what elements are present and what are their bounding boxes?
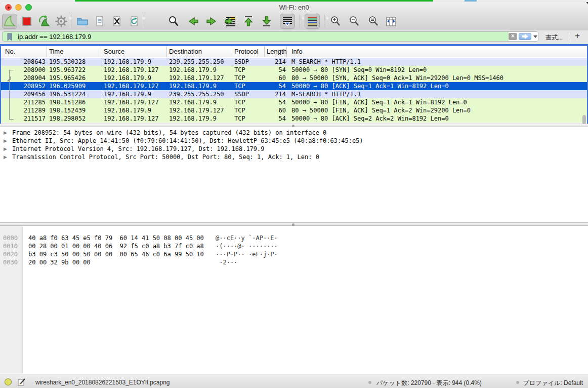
filter-bar: ip.addr == 192.168.179.9 × 書式... + <box>0 30 588 44</box>
forward-arrow-icon <box>205 15 218 27</box>
back-arrow-icon <box>187 15 199 27</box>
stop-square-icon <box>21 15 33 27</box>
profile-text[interactable]: プロファイル: Default <box>523 379 583 387</box>
reload-file-button[interactable] <box>127 14 142 29</box>
zoom-out-button[interactable] <box>347 14 362 29</box>
go-back-button[interactable] <box>186 14 201 29</box>
display-filter-input[interactable]: ip.addr == 192.168.179.9 × <box>2 31 538 42</box>
filter-separator <box>568 32 568 41</box>
column-header-destination[interactable]: Destination <box>167 46 232 57</box>
zoom-reset-button[interactable] <box>366 14 381 29</box>
packet-rows: 208643195.530328192.168.179.9239.255.255… <box>1 58 587 123</box>
column-header-protocol[interactable]: Protocol <box>232 46 265 57</box>
packet-list-scrollbar-thumb[interactable] <box>582 115 586 124</box>
search-icon <box>167 15 180 27</box>
save-file-button[interactable] <box>92 14 107 29</box>
packet-row[interactable]: 211517198.298052192.168.179.127192.168.1… <box>1 114 587 123</box>
packet-row-selected[interactable]: 208952196.025909192.168.179.127192.168.1… <box>1 82 587 90</box>
packet-bytes-pane: 000040 a8 f0 63 45 e5 f0 79 60 14 41 50 … <box>0 226 588 374</box>
zoom-in-button[interactable] <box>328 14 343 29</box>
go-to-first-icon <box>242 15 255 27</box>
close-file-button[interactable] <box>109 14 124 29</box>
detail-tree-item[interactable]: ▶Frame 208952: 54 bytes on wire (432 bit… <box>0 129 588 137</box>
expand-triangle-icon[interactable]: ▶ <box>4 129 7 137</box>
packet-row[interactable]: 209456196.531224192.168.179.9239.255.255… <box>1 90 587 98</box>
add-filter-button[interactable]: + <box>575 31 580 41</box>
packet-row[interactable]: 208900195.963722192.168.179.127192.168.1… <box>1 66 587 74</box>
expand-triangle-icon[interactable]: ▶ <box>4 145 7 153</box>
column-header-time[interactable]: Time <box>47 46 101 57</box>
filter-history-caret[interactable] <box>533 35 537 38</box>
detail-tree-item[interactable]: ▶Ethernet II, Src: Apple_14:41:50 (f0:79… <box>0 137 588 145</box>
folder-icon <box>76 15 89 27</box>
capture-options-button[interactable] <box>54 14 69 29</box>
detail-tree-item[interactable]: ▶Internet Protocol Version 4, Src: 192.1… <box>0 145 588 153</box>
go-to-first-button[interactable] <box>241 14 256 29</box>
packet-list-header: No. Time Source Destination Protocol Len… <box>1 46 587 57</box>
wireshark-window: Wi-Fi: en0 <box>0 2 588 388</box>
zoom-reset-icon <box>367 15 380 27</box>
column-header-source[interactable]: Source <box>101 46 167 57</box>
auto-scroll-icon <box>281 15 293 27</box>
apply-arrow-icon <box>522 34 529 39</box>
packet-details-pane: ▶Frame 208952: 54 bytes on wire (432 bit… <box>0 127 588 222</box>
window-chrome: Wi-Fi: en0 <box>0 2 588 31</box>
restart-capture-button[interactable] <box>36 14 52 29</box>
expression-button[interactable]: 書式... <box>545 33 563 42</box>
status-separator-dot <box>368 381 371 384</box>
pane-splitter[interactable] <box>0 222 588 226</box>
toolbar-separator <box>71 15 71 28</box>
status-bar: wireshark_en0_20180826221503_E1OYIl.pcap… <box>0 374 588 388</box>
toolbar-separator <box>324 15 324 28</box>
resize-columns-icon <box>385 15 397 27</box>
apply-filter-button[interactable] <box>519 33 531 40</box>
bookmark-icon[interactable] <box>6 33 14 41</box>
clear-filter-button[interactable]: × <box>509 33 517 40</box>
expand-triangle-icon[interactable]: ▶ <box>4 153 7 161</box>
colorize-icon <box>306 15 318 27</box>
shark-fin-icon <box>4 15 16 27</box>
stop-capture-button[interactable] <box>19 14 34 29</box>
toolbar-separator <box>300 15 300 28</box>
hex-line[interactable]: 001000 28 00 01 00 00 40 06 92 f5 c0 a8 … <box>0 234 588 242</box>
hex-line[interactable]: 003020 00 32 9b 00 00 ·2··· <box>0 250 588 258</box>
gear-icon <box>55 15 67 27</box>
colorize-packets-button[interactable] <box>305 14 320 29</box>
find-packet-button[interactable] <box>166 14 181 29</box>
screen: Wi-Fi: en0 <box>0 0 588 388</box>
packet-row[interactable]: 211285198.151286192.168.179.127192.168.1… <box>1 98 587 106</box>
column-header-no[interactable]: No. <box>1 46 47 57</box>
hex-line[interactable]: 0020b3 09 c3 50 00 50 00 00 00 65 46 c0 … <box>0 242 588 250</box>
go-forward-button[interactable] <box>204 14 219 29</box>
go-to-packet-button[interactable] <box>223 14 238 29</box>
column-header-length[interactable]: Length <box>265 46 287 57</box>
save-file-icon <box>94 15 106 27</box>
resize-columns-button[interactable] <box>384 14 399 29</box>
go-to-last-icon <box>261 15 273 27</box>
reload-file-icon <box>128 15 140 27</box>
filter-text: ip.addr == 192.168.179.9 <box>18 33 91 41</box>
status-separator-dot <box>516 381 519 384</box>
zoom-out-icon <box>348 15 360 27</box>
column-header-info[interactable]: Info <box>287 46 587 57</box>
open-file-button[interactable] <box>75 14 90 29</box>
hex-line[interactable]: 000040 a8 f0 63 45 e5 f0 79 60 14 41 50 … <box>0 226 588 234</box>
capture-filename: wireshark_en0_20180826221503_E1OYIl.pcap… <box>35 379 170 386</box>
go-to-packet-icon <box>224 15 236 27</box>
packet-row[interactable]: 208904195.965426192.168.179.9192.168.179… <box>1 74 587 82</box>
pane-splitter[interactable] <box>0 124 588 127</box>
capture-comment-icon[interactable] <box>17 377 26 386</box>
packet-row[interactable]: 211289198.152439192.168.179.9192.168.179… <box>1 106 587 114</box>
detail-tree-item[interactable]: ▶Transmission Control Protocol, Src Port… <box>0 153 588 161</box>
start-capture-button[interactable] <box>2 14 17 29</box>
expert-info-icon[interactable] <box>4 378 12 386</box>
packet-row[interactable]: 208643195.530328192.168.179.9239.255.255… <box>1 58 587 66</box>
auto-scroll-button[interactable] <box>280 14 295 29</box>
zoom-in-icon <box>329 15 342 27</box>
expand-triangle-icon[interactable]: ▶ <box>4 137 7 145</box>
packet-list-pane: No. Time Source Destination Protocol Len… <box>0 44 588 124</box>
go-to-last-button[interactable] <box>259 14 274 29</box>
close-file-icon <box>111 15 123 27</box>
restart-fin-icon <box>38 15 50 27</box>
toolbar-separator <box>144 15 144 28</box>
